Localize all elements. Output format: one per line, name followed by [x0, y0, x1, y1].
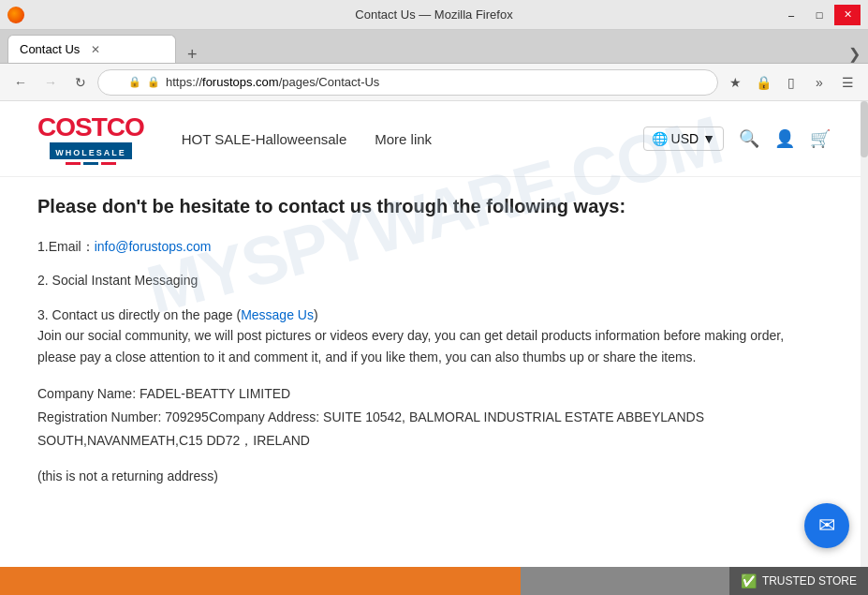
email-link[interactable]: info@forustops.com — [95, 239, 212, 254]
firefox-icon — [7, 7, 24, 23]
header-right: 🌐 USD ▼ 🔍 👤 🛒 — [643, 126, 831, 151]
logo-wholesale-text: WHOLESALE — [55, 148, 126, 157]
search-button[interactable]: 🔍 — [739, 128, 759, 149]
maximize-button[interactable]: □ — [806, 5, 832, 25]
lock-icon: 🔒 — [147, 76, 160, 88]
direct-intro-text: 3. Contact us directly on the page ( — [37, 307, 241, 322]
tab-list-button[interactable]: ❯ — [848, 45, 861, 63]
scrollbar-thumb[interactable] — [861, 101, 868, 157]
direct-close-text: ) — [314, 307, 318, 322]
scrollbar-track[interactable] — [861, 101, 868, 595]
trusted-store-label: TRUSTED STORE — [762, 574, 857, 588]
tabbar: Contact Us ✕ + ❯ — [0, 30, 868, 64]
account-button[interactable]: 👤 — [774, 128, 795, 149]
forward-button[interactable]: → — [37, 69, 64, 96]
url-text: https://forustops.com/pages/Contact-Us — [166, 75, 706, 89]
pocket-button[interactable]: 🔒 — [750, 69, 776, 96]
email-label: 1.Email： — [37, 239, 95, 254]
logo-line-blue — [83, 162, 98, 165]
logo-lines — [66, 162, 116, 165]
extensions-button[interactable]: ▯ — [778, 69, 804, 96]
active-tab[interactable]: Contact Us ✕ — [7, 35, 176, 63]
costco-logo: COSTCO WHOLESALE — [37, 112, 144, 165]
registration-address: Registration Number: 709295Company Addre… — [37, 406, 805, 453]
window-controls[interactable]: – □ ✕ — [778, 5, 861, 25]
trusted-store-badge: ✅ TRUSTED STORE — [729, 567, 868, 595]
logo-costco-text: COSTCO — [37, 112, 144, 142]
close-button[interactable]: ✕ — [834, 5, 861, 25]
join-text: Join our social community, we will post … — [37, 328, 784, 364]
navbar: ← → ↻ 🔒 🔒 https://forustops.com/pages/Co… — [0, 64, 868, 101]
email-item: 1.Email：info@forustops.com — [37, 236, 805, 257]
titlebar-left — [7, 7, 24, 23]
company-section: Company Name: FADEL-BEATTY LIMITED Regis… — [37, 382, 805, 488]
page-heading: Please don't be hesitate to contact us t… — [37, 196, 805, 217]
site-header: COSTCO WHOLESALE HOT SALE-Halloweensale … — [0, 101, 868, 177]
message-us-link[interactable]: Message Us — [241, 307, 314, 322]
overflow-button[interactable]: » — [806, 69, 832, 96]
new-tab-button[interactable]: + — [180, 46, 205, 63]
globe-icon: 🌐 — [652, 131, 668, 146]
back-button[interactable]: ← — [7, 69, 34, 96]
site-nav: HOT SALE-Halloweensale More link — [182, 131, 606, 147]
logo-line-red2 — [101, 162, 116, 165]
reload-button[interactable]: ↻ — [67, 69, 94, 96]
currency-selector[interactable]: 🌐 USD ▼ — [643, 126, 724, 151]
shield-icon: 🔒 — [128, 76, 141, 88]
chat-icon: ✉ — [818, 513, 835, 538]
chevron-down-icon: ▼ — [702, 131, 715, 146]
nav-link-more[interactable]: More link — [375, 131, 432, 147]
logo-line-red — [66, 162, 81, 165]
social-item: 2. Social Instant Messaging — [37, 270, 805, 290]
hamburger-menu-button[interactable]: ☰ — [834, 69, 861, 96]
bookmark-star-button[interactable]: ★ — [722, 69, 748, 96]
tab-label: Contact Us — [20, 42, 80, 56]
logo-costco-word: COSTCO — [37, 112, 144, 141]
registration-text: Registration Number: 709295 — [37, 409, 209, 424]
company-name: Company Name: FADEL-BEATTY LIMITED — [37, 382, 805, 406]
nav-right-buttons: ★ 🔒 ▯ » ☰ — [722, 69, 861, 96]
main-content: Please don't be hesitate to contact us t… — [0, 177, 843, 507]
window-title: Contact Us — Mozilla Firefox — [355, 7, 512, 22]
currency-label: USD — [671, 131, 699, 146]
shield-check-icon: ✅ — [741, 573, 757, 588]
url-domain: forustops.com — [202, 75, 279, 89]
minimize-button[interactable]: – — [778, 5, 804, 25]
logo-wholesale-bar: WHOLESALE — [50, 142, 132, 159]
cart-button[interactable]: 🛒 — [810, 128, 831, 149]
address-bar[interactable]: 🔒 🔒 https://forustops.com/pages/Contact-… — [97, 69, 718, 96]
direct-contact-item: 3. Contact us directly on the page (Mess… — [37, 305, 805, 367]
footer-bar: ✅ TRUSTED STORE — [0, 567, 868, 595]
returning-note: (this is not a returning address) — [37, 465, 805, 488]
tab-close-button[interactable]: ✕ — [91, 43, 100, 56]
nav-link-sale[interactable]: HOT SALE-Halloweensale — [182, 131, 346, 147]
chat-button[interactable]: ✉ — [804, 503, 849, 548]
titlebar: Contact Us — Mozilla Firefox – □ ✕ — [0, 0, 868, 30]
